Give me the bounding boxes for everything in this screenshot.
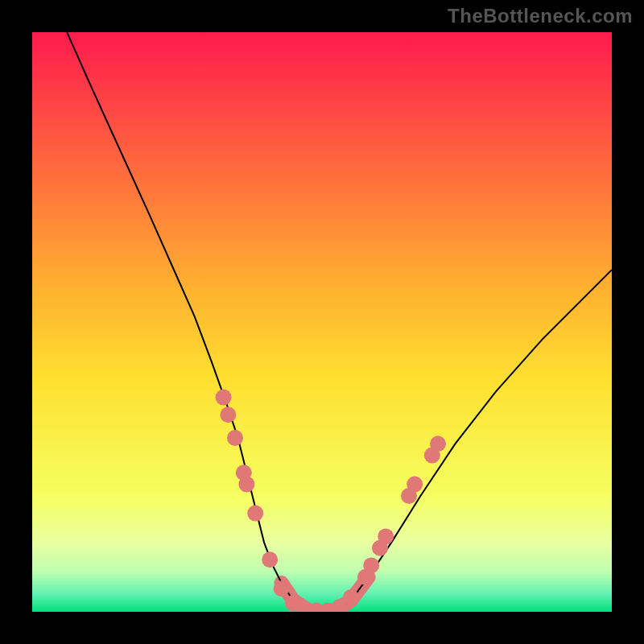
chart-container: TheBottleneck.com: [0, 0, 644, 644]
marker-dot: [247, 506, 263, 522]
marker-dot: [274, 580, 290, 597]
marker-dot: [262, 551, 278, 568]
watermark-text: TheBottleneck.com: [448, 5, 633, 27]
marker-dot: [216, 390, 232, 406]
marker-dot: [220, 407, 236, 423]
marker-dot: [430, 436, 446, 452]
plot-inner: [32, 32, 612, 612]
curve-layer: [32, 32, 612, 612]
bottleneck-curve: [67, 32, 612, 612]
marker-dot: [363, 557, 379, 573]
marker-dot: [227, 430, 243, 446]
plot-area: [32, 32, 612, 612]
marker-dot: [378, 528, 394, 544]
marker-dot: [343, 589, 359, 605]
marker-dot: [407, 477, 423, 493]
marker-dot: [238, 477, 254, 493]
marker-points: [216, 390, 446, 612]
